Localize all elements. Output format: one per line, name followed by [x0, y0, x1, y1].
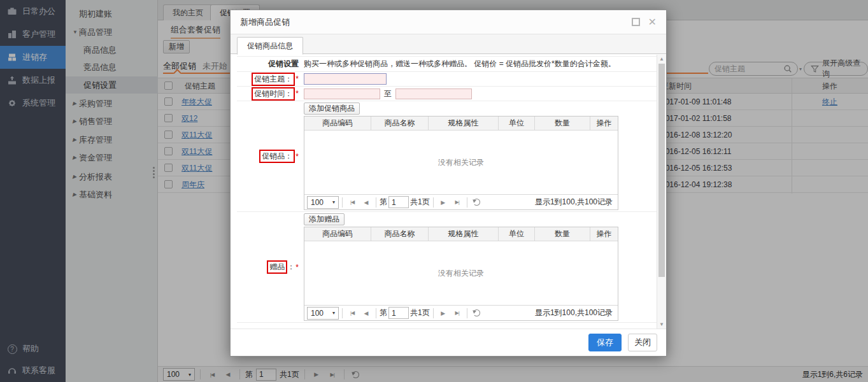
form-row-section: 促销设置 购买一种或多种促销商品，赠送一种或多种赠品。 促销价 = 促销品批发价…: [237, 57, 657, 72]
page-size-value: 100: [311, 198, 324, 207]
prev-page-icon[interactable]: [360, 196, 373, 209]
last-page-icon[interactable]: [451, 307, 464, 320]
required-mark: *: [295, 74, 299, 83]
promo-table-empty: 没有相关记录: [304, 131, 618, 194]
promotion-subject-input[interactable]: [304, 73, 387, 85]
records-summary: 显示1到100,共100记录: [535, 197, 615, 208]
date-range-to: 至: [384, 88, 392, 99]
dialog-header: 新增商品促销 ✕: [231, 10, 666, 34]
section-description: 购买一种或多种促销商品，赠送一种或多种赠品。 促销价 = 促销品批发价*数量的合…: [304, 59, 616, 69]
dialog-footer: 保存 关闭: [231, 329, 666, 356]
divider: [433, 308, 434, 318]
promo-pagination-bar: 100▾ 第 共1页: [304, 194, 618, 209]
page-number-input[interactable]: [388, 196, 409, 208]
first-page-icon[interactable]: [346, 196, 359, 209]
divider: [376, 197, 376, 208]
promo-table-header: 商品编码 商品名称 规格属性 单位 数量 操作: [304, 117, 618, 131]
subject-label: 促销主题：: [252, 73, 295, 86]
form-row-subject: 促销主题：*: [237, 72, 657, 87]
section-label: 促销设置: [268, 59, 299, 69]
scrollbar-thumb[interactable]: [658, 64, 665, 277]
refresh-icon[interactable]: [471, 196, 483, 209]
records-summary: 显示1到100,共100记录: [535, 308, 615, 318]
add-promotion-dialog: 新增商品促销 ✕ 促销商品信息 促销设置 购买一种或多种促销商品，赠送一种或多种…: [230, 10, 667, 357]
chevron-down-icon: ▾: [332, 310, 335, 316]
required-mark: *: [295, 89, 299, 98]
page-size-select[interactable]: 100▾: [307, 307, 339, 320]
divider: [467, 308, 467, 318]
promo-items-label: 促销品：: [259, 150, 295, 163]
gift-pagination-bar: 100▾ 第 共1页: [304, 305, 618, 320]
col-product-name: 商品名称: [371, 227, 429, 241]
page-size-select[interactable]: 100▾: [307, 196, 339, 209]
tab-label: 促销商品信息: [247, 41, 293, 50]
page-size-value: 100: [311, 309, 324, 318]
end-date-input[interactable]: [395, 88, 472, 99]
gift-items-label: 赠品: [267, 260, 287, 274]
col-product-code: 商品编码: [304, 227, 371, 241]
col-product-code: 商品编码: [304, 117, 371, 130]
gift-products-table: 商品编码 商品名称 规格属性 单位 数量 操作 没有相关记录 100▾: [304, 227, 618, 321]
promotion-form: 促销设置 购买一种或多种促销商品，赠送一种或多种赠品。 促销价 = 促销品批发价…: [237, 56, 657, 323]
add-promo-product-button[interactable]: 添加促销商品: [304, 103, 360, 115]
gift-table-header: 商品编码 商品名称 规格属性 单位 数量 操作: [304, 227, 618, 241]
prev-page-icon[interactable]: [360, 307, 373, 320]
col-spec-attr: 规格属性: [429, 117, 499, 130]
add-gift-button[interactable]: 添加赠品: [304, 213, 345, 225]
divider: [376, 308, 376, 318]
page-total: 共1页: [410, 197, 430, 208]
form-row-promo-items: 促销品：* 添加促销商品 商品编码 商品名称 规格属性 单位 数量 操作: [237, 101, 657, 212]
tab-promo-product-info[interactable]: 促销商品信息: [237, 37, 303, 55]
close-icon[interactable]: ✕: [648, 17, 657, 27]
maximize-icon[interactable]: [632, 18, 640, 26]
form-row-time: 促销时间：* 至: [237, 87, 657, 101]
required-mark: *: [295, 263, 299, 272]
close-button[interactable]: 关闭: [628, 334, 657, 351]
dialog-body: 促销设置 购买一种或多种促销商品，赠送一种或多种赠品。 促销价 = 促销品批发价…: [231, 55, 666, 329]
next-page-icon[interactable]: [437, 196, 450, 209]
promo-products-table: 商品编码 商品名称 规格属性 单位 数量 操作 没有相关记录 100▾: [304, 116, 618, 210]
gift-table-empty: 没有相关记录: [304, 241, 618, 305]
dialog-tab-bar: 促销商品信息: [231, 34, 666, 54]
refresh-icon[interactable]: [471, 307, 483, 320]
col-unit: 单位: [499, 117, 535, 130]
col-product-name: 商品名称: [371, 117, 429, 130]
dialog-scrollbar[interactable]: ▲ ▼: [657, 55, 666, 329]
col-spec-attr: 规格属性: [429, 227, 499, 241]
first-page-icon[interactable]: [346, 307, 359, 320]
time-label: 促销时间：: [252, 87, 295, 101]
scroll-up-icon[interactable]: ▲: [657, 56, 666, 62]
form-row-gift-items: 赠品：* 添加赠品 商品编码 商品名称 规格属性 单位 数量 操作: [237, 212, 657, 323]
save-button[interactable]: 保存: [588, 334, 622, 351]
col-quantity: 数量: [535, 227, 590, 241]
divider: [342, 197, 343, 208]
page-prefix: 第: [380, 308, 387, 318]
last-page-icon[interactable]: [451, 196, 464, 209]
page-prefix: 第: [380, 197, 387, 208]
required-mark: *: [295, 152, 299, 161]
page-total: 共1页: [410, 308, 430, 318]
col-quantity: 数量: [535, 117, 590, 130]
start-date-input[interactable]: [304, 88, 380, 99]
divider: [467, 197, 467, 208]
gift-label-colon: ：: [287, 262, 295, 272]
divider: [342, 308, 343, 318]
empty-text: 没有相关记录: [438, 157, 484, 168]
chevron-down-icon: ▾: [332, 199, 335, 205]
divider: [433, 197, 434, 208]
app-root: 日常办公 客户管理 进销存 数据上报 系统管理 ? 帮助 联系客服 期初建账 ▼: [0, 0, 868, 382]
scroll-down-icon[interactable]: ▼: [657, 322, 666, 327]
next-page-icon[interactable]: [437, 307, 450, 320]
empty-text: 没有相关记录: [438, 268, 484, 279]
col-action: 操作: [590, 117, 618, 130]
page-number-input[interactable]: [388, 307, 409, 319]
dialog-title: 新增商品促销: [240, 17, 290, 28]
col-unit: 单位: [499, 227, 535, 241]
col-action: 操作: [590, 227, 618, 241]
